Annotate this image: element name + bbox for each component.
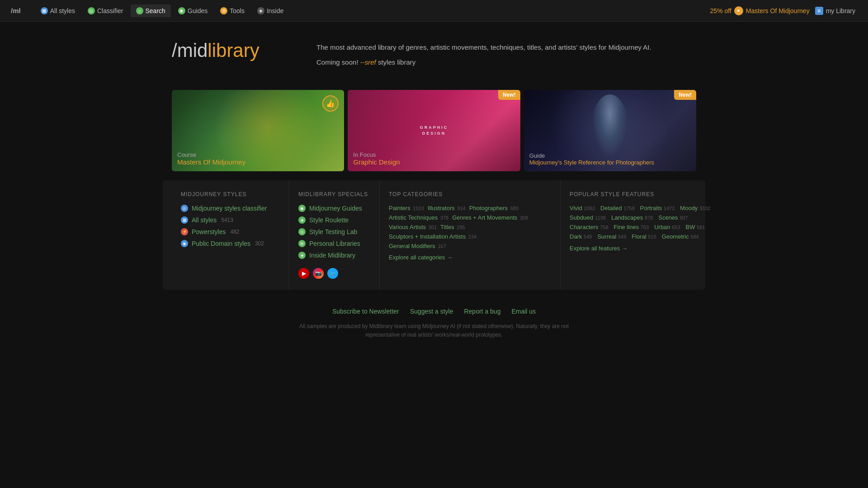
nav-item-search[interactable]: ⌕ Search (131, 5, 171, 17)
inside-midlibrary-icon: ◈ (298, 252, 306, 259)
footer-subscribe[interactable]: Subscribe to Newsletter (332, 308, 399, 315)
hero-coming-soon: Coming soon! --sref styles library (316, 57, 651, 68)
feat-subdued[interactable]: Subdued 1198 (570, 214, 606, 221)
item-style-testing-lab[interactable]: ◎ Style Testing Lab (298, 228, 370, 235)
nav-search-label: Search (146, 7, 165, 14)
nav-item-guides[interactable]: ◉ Guides (173, 5, 213, 17)
features-list: Vivid 2092 Detailed 1758 Portraits 1472 … (570, 205, 687, 241)
item-style-roulette[interactable]: ◈ Style Roulette (298, 216, 370, 224)
all-styles-icon: ▦ (181, 216, 188, 224)
feat-row-1: Vivid 2092 Detailed 1758 Portraits 1472 … (570, 205, 687, 211)
card-guide[interactable]: New! Guide Midjourney's Style Reference … (524, 90, 696, 171)
cat-artistic-techniques[interactable]: Artistic Techniques 378 (389, 214, 448, 221)
card-in-focus[interactable]: New! GRAPHIC DESIGN In Focus Graphic Des… (348, 90, 520, 171)
feat-portraits[interactable]: Portraits 1472 (640, 205, 675, 211)
portrait-silhouette (592, 94, 628, 158)
compass-icon: ◎ (88, 7, 95, 14)
promo-icon: ★ (734, 6, 743, 15)
card-course-label: Course Masters Of Midjourney (177, 151, 245, 166)
cat-illustrators[interactable]: Illustrators 914 (428, 205, 466, 211)
hero-desc-text: The most advanced library of genres, art… (316, 42, 651, 53)
powerstyles-icon: ⚡ (181, 228, 188, 235)
nav-brand[interactable]: /ml (7, 7, 24, 14)
cat-sculptors[interactable]: Sculptors + Installation Artists 234 (389, 233, 476, 240)
nav-items: ▦ All styles ◎ Classifier ⌕ Search ◉ Gui… (35, 5, 710, 17)
all-styles-count: 5413 (221, 217, 233, 223)
cat-genres[interactable]: Genres + Art Movements 308 (452, 214, 528, 221)
item-inside-midlibrary[interactable]: ◈ Inside Midlibrary (298, 252, 370, 259)
guides-icon: ◉ (298, 205, 306, 212)
library-icon: ⊞ (815, 7, 823, 15)
item-public-domain[interactable]: ◉ Public Domain styles 302 (181, 240, 280, 247)
site-logo: /midlibrary (172, 40, 298, 61)
cat-row-1: Painters 1510 Illustrators 914 Photograp… (389, 205, 551, 211)
sref-link[interactable]: --sref (360, 58, 376, 66)
feat-row-3: Characters 758 Fine lines 703 Urban 653 … (570, 224, 687, 230)
cat-row-4: Sculptors + Installation Artists 234 (389, 233, 551, 240)
testing-lab-icon: ◎ (298, 228, 306, 235)
feat-characters[interactable]: Characters 758 (570, 224, 609, 230)
feat-vivid[interactable]: Vivid 2092 (570, 205, 595, 211)
feat-floral[interactable]: Floral 515 (632, 233, 656, 240)
feat-detailed[interactable]: Detailed 1758 (600, 205, 635, 211)
nav-item-inside[interactable]: ◈ Inside (252, 5, 289, 17)
cat-titles[interactable]: Titles 295 (440, 224, 465, 230)
roulette-label: Style Roulette (309, 216, 349, 224)
nav-guides-label: Guides (188, 7, 208, 14)
feat-scenes[interactable]: Scenes 907 (658, 214, 688, 221)
footer-bug[interactable]: Report a bug (464, 308, 500, 315)
promo-title: Masters Of Midjourney (746, 7, 810, 14)
item-powerstyles[interactable]: ⚡ Powerstyles 482 (181, 228, 280, 235)
item-guides[interactable]: ◉ Midjourney Guides (298, 205, 370, 212)
cards-section: 👍 Course Masters Of Midjourney New! GRAP… (163, 90, 705, 171)
feat-fine-lines[interactable]: Fine lines 703 (614, 224, 649, 230)
nav-my-library[interactable]: ⊞ my Library (810, 4, 861, 18)
item-classifier[interactable]: ◎ Midjourney styles classifier (181, 205, 280, 212)
footer: Subscribe to Newsletter Suggest a style … (163, 308, 705, 357)
section-top-categories: Top Categories Painters 1510 Illustrator… (380, 180, 561, 290)
feat-dark[interactable]: Dark 549 (570, 233, 592, 240)
feat-moody[interactable]: Moody 3332 (680, 205, 710, 211)
card-course[interactable]: 👍 Course Masters Of Midjourney (172, 90, 344, 171)
explore-categories-link[interactable]: Explore all categories → (389, 254, 551, 261)
footer-email[interactable]: Email us (511, 308, 536, 315)
nav-promo[interactable]: 25% off ★ Masters Of Midjourney (710, 6, 810, 15)
nav-all-styles-label: All styles (50, 7, 75, 14)
nav-tools-label: Tools (230, 7, 245, 14)
inside-midlibrary-label: Inside Midlibrary (309, 252, 355, 259)
feat-urban[interactable]: Urban 653 (654, 224, 680, 230)
feat-geometric[interactable]: Geometric 584 (662, 233, 699, 240)
nav-item-tools[interactable]: ⚙ Tools (215, 5, 250, 17)
cat-row-5: General Modifiers 167 (389, 243, 551, 249)
youtube-icon[interactable]: ▶ (298, 268, 309, 279)
twitter-icon[interactable]: 🐦 (327, 268, 338, 279)
instagram-icon[interactable]: 📷 (313, 268, 324, 279)
item-all-styles[interactable]: ▦ All styles 5413 (181, 216, 280, 224)
nav-classifier-label: Classifier (97, 7, 123, 14)
testing-lab-label: Style Testing Lab (309, 228, 357, 235)
footer-disclaimer: All samples are produced by Midlibrary t… (298, 322, 570, 339)
social-icons: ▶ 📷 🐦 (298, 268, 370, 279)
midjourney-styles-title: Midjourney styles (181, 191, 280, 197)
explore-features-link[interactable]: Explore all features → (570, 245, 687, 252)
feat-landscapes[interactable]: Landscapes 878 (611, 214, 653, 221)
item-personal-libraries[interactable]: ⊞ Personal Libraries (298, 240, 370, 247)
powerstyles-label: Powerstyles (192, 228, 226, 235)
cat-painters[interactable]: Painters 1510 (389, 205, 424, 211)
nav-item-all-styles[interactable]: ▦ All styles (35, 5, 80, 17)
nav-item-classifier[interactable]: ◎ Classifier (82, 5, 129, 17)
cat-row-2: Artistic Techniques 378 Genres + Art Mov… (389, 214, 551, 221)
public-domain-label: Public Domain styles (192, 240, 250, 247)
cat-various-artists[interactable]: Various Artists 301 (389, 224, 437, 230)
personal-lib-label: Personal Libraries (309, 240, 360, 247)
footer-suggest[interactable]: Suggest a style (410, 308, 453, 315)
grid-icon: ▦ (41, 7, 48, 14)
cat-general-modifiers[interactable]: General Modifiers 167 (389, 243, 446, 249)
top-categories-title: Top Categories (389, 191, 551, 197)
section-midjourney-styles: Midjourney styles ◎ Midjourney styles cl… (172, 180, 289, 290)
cat-photographers[interactable]: Photographers 680 (469, 205, 519, 211)
feat-surreal[interactable]: Surreal 549 (597, 233, 626, 240)
card-infocus-badge: New! (498, 90, 520, 100)
personal-lib-icon: ⊞ (298, 240, 306, 247)
feat-bw[interactable]: BW 581 (686, 224, 705, 230)
